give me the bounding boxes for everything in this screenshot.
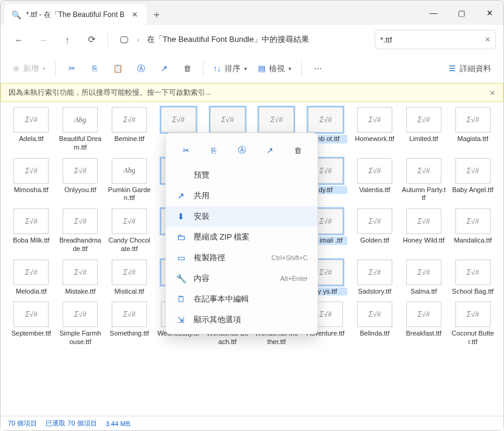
clear-search-icon[interactable]: ✕ bbox=[485, 35, 491, 44]
nav-row: ← → ↑ ⟳ 🖵 › 在「The Beautiful Font Bundle」… bbox=[1, 25, 503, 54]
ctx-zip[interactable]: 🗀 壓縮成 ZIP 檔案 bbox=[166, 227, 318, 247]
copy-button[interactable]: ⎘ bbox=[84, 58, 106, 80]
forward-button[interactable]: → bbox=[32, 29, 54, 50]
file-item[interactable]: Adela.ttf bbox=[9, 107, 53, 152]
search-input[interactable]: *.ttf ✕ bbox=[375, 30, 496, 49]
monitor-icon[interactable]: 🖵 bbox=[113, 29, 135, 50]
ctx-share[interactable]: ↗ 共用 bbox=[166, 185, 318, 206]
status-selected: 已選取 70 個項目 bbox=[46, 419, 97, 428]
download-icon: ⬇ bbox=[175, 212, 186, 221]
file-item[interactable]: Homework.ttf bbox=[353, 107, 397, 152]
file-name: Mistake.ttf bbox=[58, 288, 102, 296]
paste-button[interactable]: 📋 bbox=[107, 58, 129, 80]
breadcrumb-label: 在「The Beautiful Font Bundle」中的搜尋結果 bbox=[147, 34, 309, 45]
copy-icon: ⎘ bbox=[92, 64, 97, 73]
file-item[interactable]: Valentia.ttf bbox=[353, 158, 397, 203]
file-item[interactable]: Coconut Butter.ttf bbox=[451, 302, 495, 347]
file-name: Golden.ttf bbox=[353, 236, 397, 245]
refresh-button[interactable]: ⟳ bbox=[81, 29, 103, 50]
sort-icon: ↑↓ bbox=[213, 64, 221, 73]
info-bar[interactable]: 因為未執行索引功能，所以搜尋可能較慢。按一下可啟動索引... ✕ bbox=[1, 83, 503, 102]
folder-icon: 🗀 bbox=[175, 232, 186, 242]
breadcrumb[interactable]: 在「The Beautiful Font Bundle」中的搜尋結果 bbox=[142, 34, 372, 45]
file-name: Candy Chocolate.ttf bbox=[107, 236, 151, 253]
sort-button[interactable]: ↑↓ 排序 ▾ bbox=[208, 58, 252, 80]
ctx-more[interactable]: ⇲ 顯示其他選項 bbox=[166, 309, 318, 330]
file-item[interactable]: Candy Chocolate.ttf bbox=[107, 209, 152, 253]
ctx-cut-button[interactable]: ✂ bbox=[176, 140, 196, 160]
file-item[interactable]: Melodia.ttf bbox=[9, 260, 53, 296]
file-name: Homework.ttf bbox=[353, 135, 397, 143]
back-button[interactable]: ← bbox=[8, 29, 30, 50]
ctx-install[interactable]: ⬇ 安裝 bbox=[166, 206, 318, 227]
file-item[interactable]: Bemine.ttf bbox=[107, 107, 152, 152]
file-name: Pumkin Garden.ttf bbox=[107, 186, 151, 203]
ctx-delete-button[interactable]: 🗑 bbox=[288, 140, 307, 160]
file-name: Adela.ttf bbox=[9, 135, 53, 143]
file-item[interactable]: Mistical.ttf bbox=[107, 260, 152, 296]
view-button[interactable]: ▤ 檢視 ▾ bbox=[253, 58, 296, 80]
context-icon-row: ✂ ⎘ Ⓐ ↗ 🗑 bbox=[166, 137, 318, 165]
file-item[interactable]: Beautiful Dream.ttf bbox=[58, 107, 103, 152]
ctx-properties[interactable]: 🔧 內容 Alt+Enter bbox=[166, 268, 318, 289]
new-button[interactable]: ⊕ 新增 ▾ bbox=[8, 58, 50, 80]
file-item[interactable]: Limited.ttf bbox=[401, 107, 446, 152]
file-name: Limited.ttf bbox=[402, 135, 446, 143]
file-item[interactable]: Autumn Party.ttf bbox=[401, 158, 446, 203]
file-item[interactable]: Onlyyou.ttf bbox=[58, 158, 103, 203]
file-item[interactable]: Sadstory.ttf bbox=[353, 260, 397, 296]
file-item[interactable]: Belinda.ttf bbox=[353, 302, 397, 347]
file-name: Sadstory.ttf bbox=[353, 288, 397, 296]
file-item[interactable]: Something.ttf bbox=[107, 302, 152, 347]
maximize-button[interactable]: ▢ bbox=[448, 1, 475, 25]
file-name: Onlyyou.ttf bbox=[58, 186, 102, 195]
file-item[interactable]: Salma.ttf bbox=[401, 260, 446, 296]
font-thumbnail bbox=[357, 260, 392, 285]
details-button[interactable]: ☰ 詳細資料 bbox=[444, 58, 496, 80]
font-thumbnail bbox=[406, 107, 441, 133]
file-item[interactable]: Mandalica.ttf bbox=[451, 209, 495, 253]
tab-title: *.ttf - 在「The Beautiful Font B bbox=[26, 10, 124, 20]
close-tab-icon[interactable]: ✕ bbox=[129, 9, 140, 20]
file-item[interactable]: Boba Milk.ttf bbox=[9, 209, 53, 253]
ctx-rename-button[interactable]: Ⓐ bbox=[232, 140, 251, 160]
minimize-button[interactable]: — bbox=[420, 1, 448, 25]
ctx-copy-path[interactable]: ▭ 複製路徑 Ctrl+Shift+C bbox=[166, 247, 318, 268]
file-item[interactable]: Breakfast.ttf bbox=[401, 302, 446, 347]
file-item[interactable]: September.ttf bbox=[9, 302, 53, 347]
file-name: Mimosha.ttf bbox=[9, 186, 53, 195]
close-info-icon[interactable]: ✕ bbox=[489, 89, 495, 97]
file-name: Simple Farmhouse.ttf bbox=[58, 329, 102, 347]
new-tab-button[interactable]: ＋ bbox=[146, 4, 167, 25]
font-thumbnail bbox=[63, 209, 98, 234]
tab-active[interactable]: 🔍 *.ttf - 在「The Beautiful Font B ✕ bbox=[4, 4, 146, 25]
close-button[interactable]: ✕ bbox=[475, 1, 503, 25]
share-button[interactable]: ↗ bbox=[153, 58, 175, 80]
file-item[interactable]: Mimosha.ttf bbox=[9, 158, 53, 203]
more-icon: ⇲ bbox=[175, 315, 186, 325]
file-item[interactable]: Baby Angel.ttf bbox=[451, 158, 495, 203]
file-name: September.ttf bbox=[9, 329, 53, 338]
details-label: 詳細資料 bbox=[460, 63, 491, 74]
file-item[interactable]: Pumkin Garden.ttf bbox=[107, 158, 152, 203]
ctx-copy-button[interactable]: ⎘ bbox=[204, 140, 223, 160]
file-item[interactable]: Magista.ttf bbox=[451, 107, 495, 152]
file-item[interactable]: School Bag.ttf bbox=[451, 260, 495, 296]
ctx-preview[interactable]: 預覽 bbox=[166, 165, 318, 185]
ctx-notepad[interactable]: 🗒 在記事本中編輯 bbox=[166, 289, 318, 309]
file-item[interactable]: Golden.ttf bbox=[353, 209, 397, 253]
delete-button[interactable]: 🗑 bbox=[176, 58, 198, 80]
ctx-share-button[interactable]: ↗ bbox=[260, 140, 279, 160]
file-name: Autumn Party.ttf bbox=[402, 186, 446, 203]
rename-button[interactable]: Ⓐ bbox=[130, 58, 152, 80]
cut-button[interactable]: ✂ bbox=[61, 58, 83, 80]
file-item[interactable]: Simple Farmhouse.ttf bbox=[58, 302, 103, 347]
file-name: Breakfast.ttf bbox=[402, 329, 446, 338]
window-controls: — ▢ ✕ bbox=[420, 1, 503, 25]
up-button[interactable]: ↑ bbox=[56, 29, 78, 50]
file-name: Beautiful Dream.ttf bbox=[58, 135, 102, 152]
file-item[interactable]: Mistake.ttf bbox=[58, 260, 103, 296]
more-button[interactable]: ⋯ bbox=[307, 58, 329, 80]
file-item[interactable]: Honey Wild.ttf bbox=[401, 209, 446, 253]
file-item[interactable]: Breadhandmade.ttf bbox=[58, 209, 103, 253]
